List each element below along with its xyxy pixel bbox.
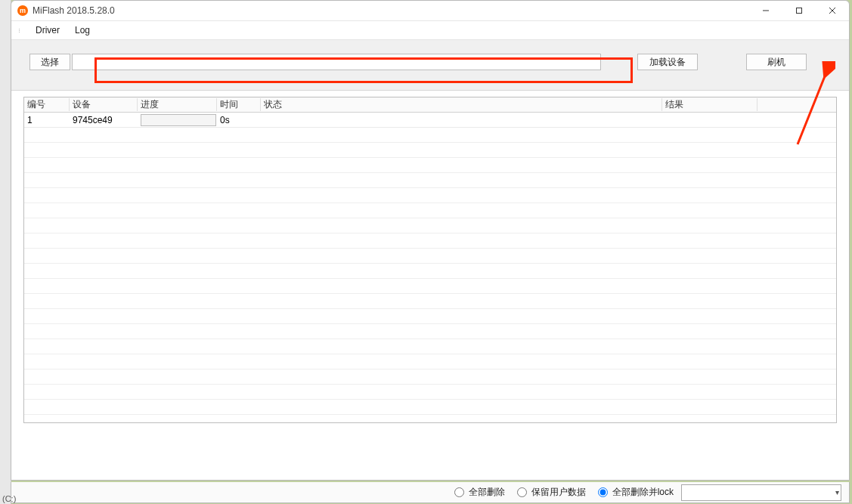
rom-path-input[interactable] xyxy=(72,54,601,70)
cell-time: 0s xyxy=(217,115,261,125)
progress-bar xyxy=(141,114,216,126)
menu-log[interactable]: Log xyxy=(67,25,98,36)
load-devices-button[interactable]: 加载设备 xyxy=(637,54,698,70)
background-left-strip xyxy=(0,0,11,504)
select-button[interactable]: 选择 xyxy=(29,54,70,70)
radio-save-user-label: 保留用户数据 xyxy=(531,486,586,499)
titlebar[interactable]: m MiFlash 2018.5.28.0 xyxy=(11,1,849,20)
col-header-device[interactable]: 设备 xyxy=(70,98,138,111)
grid-header-row: 编号 设备 进度 时间 状态 结果 xyxy=(24,97,836,113)
col-header-status[interactable]: 状态 xyxy=(261,98,662,111)
col-header-id[interactable]: 编号 xyxy=(24,98,70,111)
radio-clean-lock-label: 全部删除并lock xyxy=(612,486,674,499)
col-header-time[interactable]: 时间 xyxy=(217,98,261,111)
radio-clean-all-label: 全部删除 xyxy=(469,486,505,499)
cell-id: 1 xyxy=(24,115,70,125)
background-disk-label: (C:) xyxy=(0,493,18,504)
col-header-progress[interactable]: 进度 xyxy=(138,98,217,111)
toolbar-area: 选择 加载设备 刷机 xyxy=(11,40,849,91)
window-title: MiFlash 2018.5.28.0 xyxy=(33,5,115,16)
chevron-down-icon: ▾ xyxy=(835,488,839,496)
radio-clean-all[interactable]: 全部删除 xyxy=(450,486,505,499)
grid-area: 编号 设备 进度 时间 状态 结果 1 9745ce49 0s xyxy=(11,91,849,426)
svg-rect-1 xyxy=(797,8,802,14)
radio-save-user-input[interactable] xyxy=(517,487,527,497)
maximize-button[interactable] xyxy=(782,1,816,20)
menubar: Driver Log xyxy=(11,20,849,40)
bottombar: 全部删除 保留用户数据 全部删除并lock ▾ xyxy=(11,482,850,503)
radio-save-user[interactable]: 保留用户数据 xyxy=(513,486,586,499)
app-icon: m xyxy=(17,5,28,16)
radio-clean-lock-input[interactable] xyxy=(598,487,608,497)
close-button[interactable] xyxy=(816,1,849,20)
radio-clean-lock[interactable]: 全部删除并lock xyxy=(593,486,674,499)
script-combobox[interactable]: ▾ xyxy=(681,484,841,501)
flash-button[interactable]: 刷机 xyxy=(746,54,807,70)
radio-clean-all-input[interactable] xyxy=(454,487,464,497)
cell-device: 9745ce49 xyxy=(70,115,138,125)
app-window: m MiFlash 2018.5.28.0 Driver Log 选择 加载设备… xyxy=(11,0,850,481)
col-header-result[interactable]: 结果 xyxy=(662,98,758,111)
menu-grip-icon xyxy=(19,29,23,32)
minimize-button[interactable] xyxy=(749,1,782,20)
menu-driver[interactable]: Driver xyxy=(28,25,67,36)
table-row[interactable]: 1 9745ce49 0s xyxy=(24,113,836,128)
cell-progress xyxy=(138,114,217,126)
device-grid[interactable]: 编号 设备 进度 时间 状态 结果 1 9745ce49 0s xyxy=(23,97,837,423)
